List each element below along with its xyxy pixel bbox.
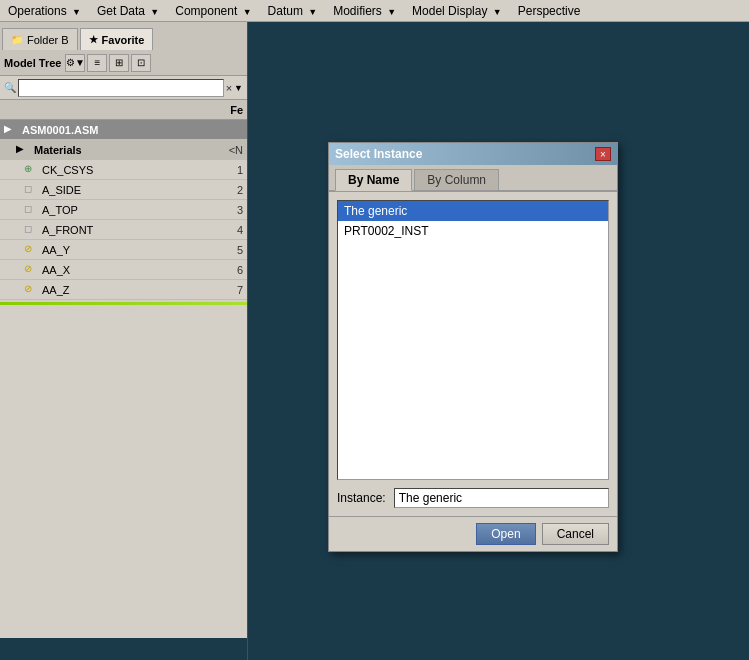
a-top-num: 3 [222,204,247,216]
main-canvas: Select Instance × By Name By Column The … [248,22,749,660]
aa-z-icon: ⊘ [24,283,40,297]
dialog-body: The generic PRT0002_INST Instance: [329,192,617,516]
favorite-tab-label: Favorite [102,34,145,46]
dialog-close-button[interactable]: × [595,147,611,161]
group-expand-icon: ▶ [16,143,32,157]
instance-field-input[interactable] [394,488,609,508]
close-icon: × [600,149,606,160]
menu-modifiers[interactable]: Modifiers ▼ [325,2,404,20]
instance-list[interactable]: The generic PRT0002_INST [337,200,609,480]
settings-icon: ⚙ [66,57,75,68]
aa-x-icon: ⊘ [24,263,40,277]
tree-item-a-side[interactable]: ◻ A_SIDE 2 [0,180,247,200]
tree-item-a-top[interactable]: ◻ A_TOP 3 [0,200,247,220]
toolbar-extra-button[interactable]: ⊡ [131,54,151,72]
menu-perspective[interactable]: Perspective [510,2,589,20]
extra-icon: ⊡ [137,57,145,68]
search-input[interactable] [18,79,224,97]
instance-item-prt0002[interactable]: PRT0002_INST [338,221,608,241]
operations-arrow: ▼ [72,7,81,17]
search-bar: 🔍 × ▼ [0,76,247,100]
open-button[interactable]: Open [476,523,535,545]
dialog-footer: Open Cancel [329,516,617,551]
a-side-label: A_SIDE [42,184,222,196]
a-front-num: 4 [222,224,247,236]
toolbar-settings-button[interactable]: ⚙▼ [65,54,85,72]
tree-item-aa-z[interactable]: ⊘ AA_Z 7 [0,280,247,300]
list-icon: ≡ [95,57,101,68]
menu-model-display[interactable]: Model Display ▼ [404,2,510,20]
open-button-label: Open [491,527,520,541]
cancel-button[interactable]: Cancel [542,523,609,545]
toolbar-title: Model Tree [4,57,61,69]
tab-by-name[interactable]: By Name [335,169,412,191]
tree-root-item[interactable]: ▶ ASM0001.ASM [0,120,247,140]
left-panel: 📁 Folder B ★ Favorite Model Tree ⚙▼ ≡ ⊞ … [0,22,248,660]
instance-prt0002-label: PRT0002_INST [344,224,429,238]
aa-z-label: AA_Z [42,284,222,296]
tree-item-a-front[interactable]: ◻ A_FRONT 4 [0,220,247,240]
ck-csys-label: CK_CSYS [42,164,222,176]
toolbar-list-button[interactable]: ≡ [87,54,107,72]
instance-item-generic[interactable]: The generic [338,201,608,221]
aa-x-label: AA_X [42,264,222,276]
search-dropdown-button[interactable]: ▼ [234,83,243,93]
dialog-tab-bar: By Name By Column [329,165,617,192]
folder-tab-label: Folder B [27,34,69,46]
menu-component[interactable]: Component ▼ [167,2,259,20]
modifiers-arrow: ▼ [387,7,396,17]
tab-folder[interactable]: 📁 Folder B [2,28,78,50]
root-icon: ▶ [4,123,20,137]
tree-group-materials[interactable]: ▶ Materials <N [0,140,247,160]
folder-icon: 📁 [11,34,23,45]
group-value: <N [222,144,247,156]
search-clear-button[interactable]: × [226,82,232,94]
a-front-icon: ◻ [24,223,40,237]
tree-column-header: Fe [0,100,247,120]
component-arrow: ▼ [243,7,252,17]
dialog-titlebar: Select Instance × [329,143,617,165]
instance-field-row: Instance: [337,488,609,508]
a-top-icon: ◻ [24,203,40,217]
col-fe-header: Fe [217,104,247,116]
root-label: ASM0001.ASM [22,124,247,136]
cancel-button-label: Cancel [557,527,594,541]
tab-favorite[interactable]: ★ Favorite [80,28,154,50]
aa-y-label: AA_Y [42,244,222,256]
grid-icon: ⊞ [115,57,123,68]
tree-item-aa-x[interactable]: ⊘ AA_X 6 [0,260,247,280]
search-icon: 🔍 [4,82,16,93]
menu-operations[interactable]: Operations ▼ [0,2,89,20]
aa-z-num: 7 [222,284,247,296]
by-column-tab-label: By Column [427,173,486,187]
get-data-arrow: ▼ [150,7,159,17]
instance-generic-label: The generic [344,204,407,218]
a-side-num: 2 [222,184,247,196]
aa-x-num: 6 [222,264,247,276]
csys-icon: ⊕ [24,163,40,177]
a-side-icon: ◻ [24,183,40,197]
toolbar-grid-button[interactable]: ⊞ [109,54,129,72]
tree-item-ck-csys[interactable]: ⊕ CK_CSYS 1 [0,160,247,180]
model-display-arrow: ▼ [493,7,502,17]
aa-y-num: 5 [222,244,247,256]
menu-datum[interactable]: Datum ▼ [260,2,326,20]
star-icon: ★ [89,34,98,45]
by-name-tab-label: By Name [348,173,399,187]
group-label: Materials [34,144,222,156]
tab-by-column[interactable]: By Column [414,169,499,190]
menu-bar: Operations ▼ Get Data ▼ Component ▼ Datu… [0,0,749,22]
a-top-label: A_TOP [42,204,222,216]
aa-y-icon: ⊘ [24,243,40,257]
menu-get-data[interactable]: Get Data ▼ [89,2,167,20]
panel-tab-bar: 📁 Folder B ★ Favorite [0,22,247,50]
tree-item-aa-y[interactable]: ⊘ AA_Y 5 [0,240,247,260]
panel-toolbar: Model Tree ⚙▼ ≡ ⊞ ⊡ [0,50,247,76]
ck-csys-num: 1 [222,164,247,176]
tree-content: ▶ ASM0001.ASM ▶ Materials <N ⊕ CK_CSYS 1… [0,120,247,638]
dialog-title: Select Instance [335,147,422,161]
a-front-label: A_FRONT [42,224,222,236]
divider-line [0,302,247,305]
select-instance-dialog: Select Instance × By Name By Column The … [328,142,618,552]
instance-field-label: Instance: [337,491,386,505]
